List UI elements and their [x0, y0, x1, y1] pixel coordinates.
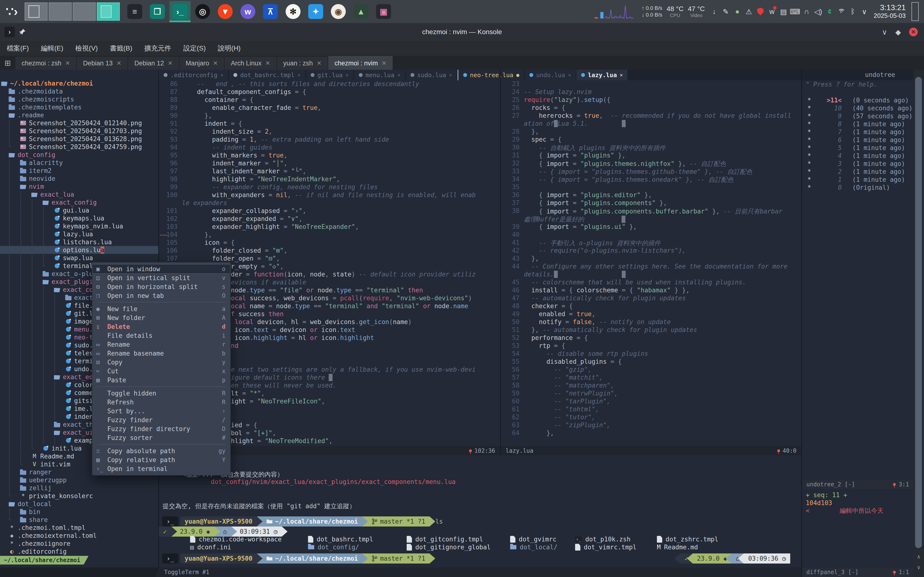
tree-item-Screenshot_20250424_012703.png[interactable]: │ Screenshot_20250424_012703.png [0, 127, 158, 135]
menu-item-Rename[interactable]: ▭Renamer [92, 340, 230, 349]
scrollbar[interactable]: ∧ ∨ [913, 70, 924, 577]
clock[interactable]: 3:13:21 2025-05-03 [874, 3, 906, 20]
menu-item-Fuzzy sorter[interactable]: Fuzzy sorter# [92, 433, 230, 442]
undo-entry-0[interactable]: *0(Original) [802, 184, 913, 191]
tree-item-Screenshot_20250424_013628.png[interactable]: │ Screenshot_20250424_013628.png [0, 135, 158, 143]
terminal-icon[interactable]: ›_ [170, 1, 191, 22]
brave-browser-icon[interactable]: ▼ [215, 1, 236, 22]
bluetooth-icon[interactable]: ᛒ [848, 6, 858, 17]
vscode-icon[interactable]: ✦ [305, 1, 326, 22]
system-settings-icon[interactable]: ≡ [124, 1, 145, 22]
bitwarden-icon[interactable]: ⊼ [260, 1, 281, 22]
menu-說明(H)[interactable]: 說明(H) [218, 44, 241, 53]
tree-item-options.lu[interactable]: │ │ │ │ options.lua [0, 246, 158, 254]
undo-entry-8[interactable]: *8(1 minute ago) [802, 120, 913, 128]
konsole-tab[interactable]: chezmoi : zsh✕ [15, 57, 77, 70]
menu-item-Sort by...[interactable]: Sort by...› [92, 406, 230, 416]
menu-檔案(F)[interactable]: 檔案(F) [7, 44, 29, 53]
file-item-dconf.ini[interactable]: ▤dconf.ini [190, 543, 231, 551]
menu-設定(S)[interactable]: 設定(S) [183, 44, 206, 53]
konsole-tab[interactable]: Debian 13✕ [77, 57, 128, 70]
menu-擴充元件[interactable]: 擴充元件 [144, 44, 171, 53]
tree-item-listchars.lua[interactable]: │ │ │ │ listchars.lua [0, 238, 158, 246]
undo-entry-5[interactable]: *5(1 minute ago) [802, 144, 913, 152]
tree-item-lazy.lua[interactable]: │ │ │ │ lazy.lua [0, 230, 158, 238]
tree-item-.chezmoiignore[interactable]: *.chezmoiignore [0, 540, 158, 548]
file-item-dot_gitconfig.tmpl[interactable]: dot_gitconfig.tmpl [407, 536, 483, 543]
tree-item-.editorconfig[interactable]: ◐.editorconfig [0, 548, 158, 555]
menu-item-Paste[interactable]: ▤Pastep [92, 376, 230, 384]
scrollbar-thumb[interactable] [915, 77, 922, 548]
menu-item-Copy absolute path[interactable]: ∷Copy absolute pathgy [92, 446, 230, 455]
menu-item-Refresh[interactable]: RefreshR [92, 398, 230, 406]
menu-item-Cut[interactable]: ✂Cutx [92, 367, 230, 376]
app-launcher-icon[interactable]: ∵› [3, 2, 20, 21]
konsole-tab[interactable]: Debian 12✕ [128, 57, 179, 70]
tree-item-Screenshot_20250424_012140.png[interactable]: │ Screenshot_20250424_012140.png [0, 119, 158, 127]
tree-item-.chezmoidata[interactable]: .chezmoidata [0, 87, 158, 95]
menu-item-File details[interactable]: File detailsi [92, 331, 230, 340]
monitor-app-icon[interactable]: ▲ [351, 1, 372, 22]
undo-entry-7[interactable]: *7(1 minute ago) [802, 128, 913, 136]
window-titlebar[interactable]: › chezmoi : nvim — Konsole ∨ ◆ ✕ [0, 23, 924, 41]
scrollbar-down-icon[interactable]: ∨ [913, 564, 924, 571]
undo-entry-4[interactable]: *4(1 minute ago) [802, 152, 913, 160]
menu-item-Open in window[interactable]: ▣Open in windowo [92, 264, 230, 273]
keyboard-icon[interactable]: ⌨ [790, 6, 800, 17]
tree-item-zellij[interactable]: │ zellij [0, 484, 158, 492]
pager-desktop-3[interactable] [73, 2, 96, 21]
tree-item-.chezmoiexternal.toml[interactable]: ◈.chezmoiexternal.toml [0, 532, 158, 540]
pager-desktop-2[interactable] [48, 2, 72, 21]
screenshot-tool-icon[interactable]: ▣ [373, 1, 394, 22]
editor-lazy[interactable]: 2324-- Setup lazy.nvim25require("lazy").… [501, 80, 801, 446]
menu-item-Open in new tab[interactable]: ❒Open in new tabO [92, 291, 230, 300]
download-icon[interactable]: ↓ [709, 6, 719, 17]
wavebox-icon[interactable]: w [237, 1, 258, 22]
undo-entry-3[interactable]: *3(1 minute ago) [802, 160, 913, 168]
tree-item-.chezmoitemplates[interactable]: .chezmoitemplates [0, 103, 158, 111]
clipboard-icon[interactable]: ▤ [779, 6, 788, 17]
volume-icon[interactable]: ◁) [813, 6, 823, 17]
buffer-tab-neo-tree.lua[interactable]: neo-tree.lua● [459, 70, 525, 80]
tree-item-.chezmoi.toml.tmpl[interactable]: *.chezmoi.toml.tmpl [0, 524, 158, 532]
tree-item-keymaps_nvim.lua[interactable]: │ │ │ │ keymaps_nvim.lua [0, 222, 158, 230]
minimize-button[interactable]: ∨ [882, 28, 887, 36]
scrollbar-up-icon[interactable]: ∧ [913, 553, 924, 560]
menu-item-Copy[interactable]: ⊡Copyy [92, 358, 230, 367]
maximize-button[interactable]: ◆ [895, 28, 901, 36]
file-item-dot_bashrc.tmpl[interactable]: dot_bashrc.tmpl [308, 536, 373, 543]
konsole-tab[interactable]: yuan : zsh✕ [277, 57, 328, 70]
file-item-dot_gvimrc[interactable]: dot_gvimrc [510, 536, 557, 543]
undo-entry-2[interactable]: *2(1 minute ago) [802, 168, 913, 176]
tree-item-.readme[interactable]: .readme [0, 111, 158, 119]
menu-書籤(B)[interactable]: 書籤(B) [110, 44, 132, 53]
tree-item-alacritty[interactable]: │ alacritty [0, 159, 158, 167]
undo-entry-10[interactable]: *10(40 seconds ago) [802, 104, 913, 112]
menu-item-New folder[interactable]: ⊞New folderA [92, 313, 230, 322]
tree-item-exact_lua[interactable]: │ │ exact_lua [0, 190, 158, 198]
buffer-tab-sudo.lua[interactable]: sudo.lua✕ [406, 70, 457, 80]
buffer-tab-undo.lua[interactable]: undo.lua✕ [525, 70, 576, 80]
tree-item-iterm2[interactable]: │ iterm2 [0, 167, 158, 174]
undo-entry-6[interactable]: *6(1 minute ago) [802, 136, 913, 144]
file-item-dot_vimrc.tmpl[interactable]: dot_vimrc.tmpl [575, 543, 636, 551]
chevron-down-icon[interactable]: ∨ [859, 6, 869, 17]
tree-item-ueberzugpp[interactable]: │ ueberzugpp [0, 476, 158, 484]
pager-desktop-4[interactable] [97, 2, 120, 21]
buffer-tab-git.lua[interactable]: git.lua✕ [306, 70, 354, 80]
menu-item-Delete[interactable]: ▯Deleted [92, 322, 230, 331]
tree-item-gui.lua[interactable]: │ │ │ │ gui.lua [0, 206, 158, 214]
file-item-dot_zshrc.tmpl[interactable]: dot_zshrc.tmpl [657, 536, 718, 543]
chatgpt-icon[interactable]: ✻ [283, 1, 304, 22]
pager-desktop-1[interactable] [24, 2, 48, 21]
menu-item-Toggle hidden[interactable]: Toggle hiddenR [92, 389, 230, 398]
buffer-tab-.editorconfig[interactable]: .editorconfig✕ [159, 70, 229, 80]
security-shield-icon[interactable] [755, 6, 766, 17]
tree-item-nvim[interactable]: │ nvim [0, 182, 158, 190]
menu-item-Fuzzy finder directory[interactable]: Fuzzy finder directoryD [92, 424, 230, 433]
buffer-tab-lazy.lua[interactable]: lazy.lua✕ [576, 70, 628, 80]
menu-item-New file[interactable]: ◉New filea [92, 305, 230, 313]
tree-item-private_konsolerc[interactable]: └ *private_konsolerc [0, 492, 158, 500]
file-item-chezmoi.code-workspace[interactable]: chezmoi.code-workspace [190, 536, 281, 543]
konsole-tab[interactable]: Manjaro✕ [179, 57, 225, 70]
